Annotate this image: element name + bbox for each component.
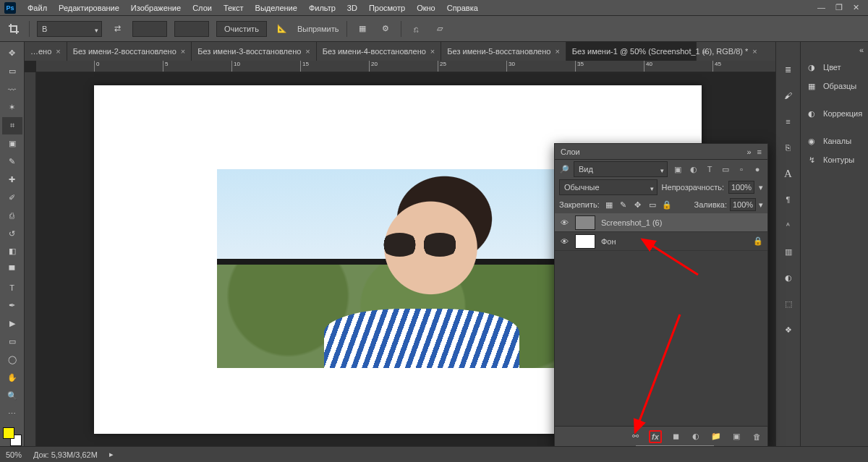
menu-help[interactable]: Справка bbox=[441, 0, 484, 16]
layer-name[interactable]: Screenshot_1 (6) bbox=[601, 218, 662, 227]
layer-name[interactable]: Фон bbox=[601, 237, 616, 246]
menu-text[interactable]: Текст bbox=[218, 0, 250, 16]
layer-fx-button[interactable]: fx bbox=[649, 430, 662, 443]
doc-tab[interactable]: Без имени-2-восстановлено× bbox=[67, 42, 192, 61]
chevron-down-icon[interactable]: ▾ bbox=[759, 183, 763, 192]
panel-menu-icon[interactable]: ≡ bbox=[757, 147, 762, 156]
doc-tab[interactable]: …ено× bbox=[25, 42, 67, 61]
crop-height-input[interactable] bbox=[174, 21, 209, 37]
libraries-icon[interactable]: ▥ bbox=[781, 244, 796, 259]
panel-paths[interactable]: ↯Контуры bbox=[801, 150, 868, 169]
menu-3d[interactable]: 3D bbox=[341, 0, 363, 16]
collapse-icon[interactable]: « bbox=[859, 46, 864, 54]
filter-pixel-icon[interactable]: ▣ bbox=[672, 163, 684, 175]
filter-toggle[interactable]: ● bbox=[752, 163, 763, 175]
win-close[interactable]: ✕ bbox=[853, 3, 859, 12]
crop-tool[interactable]: ⌗ bbox=[2, 117, 22, 134]
menu-select[interactable]: Выделение bbox=[250, 0, 303, 16]
menu-view[interactable]: Просмотр bbox=[363, 0, 411, 16]
marquee-tool[interactable]: ▭ bbox=[2, 63, 22, 80]
win-restore[interactable]: ❐ bbox=[835, 3, 843, 12]
filter-shape-icon[interactable]: ▭ bbox=[720, 163, 731, 175]
close-icon[interactable]: × bbox=[430, 47, 435, 56]
hand-tool[interactable]: ✋ bbox=[2, 369, 22, 386]
lasso-tool[interactable]: 〰 bbox=[2, 81, 22, 98]
move-tool[interactable]: ✥ bbox=[2, 45, 22, 62]
placed-image[interactable] bbox=[217, 169, 573, 368]
filter-adjust-icon[interactable]: ◐ bbox=[688, 163, 699, 175]
panel-adjustments[interactable]: ◐Коррекция bbox=[801, 104, 868, 123]
filter-smart-icon[interactable]: ▫ bbox=[736, 163, 747, 175]
layer-row[interactable]: 👁 Screenshot_1 (6) bbox=[555, 213, 767, 232]
color-swatches[interactable] bbox=[3, 427, 22, 446]
filter-type-icon[interactable]: T bbox=[704, 163, 715, 175]
adjustments-icon[interactable]: ◐ bbox=[781, 270, 796, 285]
collapse-panel-icon[interactable]: » bbox=[746, 147, 751, 156]
close-icon[interactable]: × bbox=[56, 47, 60, 56]
lock-all-icon[interactable]: 🔒 bbox=[662, 200, 672, 210]
fill-input[interactable] bbox=[730, 198, 756, 211]
visibility-icon[interactable]: 👁 bbox=[559, 237, 569, 246]
brush-settings-icon[interactable]: ≡ bbox=[781, 114, 796, 129]
path-select-tool[interactable]: ▶ bbox=[2, 315, 22, 333]
layer-row[interactable]: 👁 Фон 🔒 bbox=[555, 232, 767, 251]
adjustment-layer-icon[interactable]: ◐ bbox=[689, 430, 702, 443]
3d-icon[interactable]: ⬚ bbox=[781, 296, 796, 311]
new-layer-icon[interactable]: ▣ bbox=[730, 430, 743, 443]
doc-tab[interactable]: Без имени-3-восстановлено× bbox=[192, 42, 317, 61]
chevron-right-icon[interactable]: ▸ bbox=[109, 450, 114, 459]
menu-layer[interactable]: Слои bbox=[187, 0, 218, 16]
opacity-input[interactable] bbox=[728, 181, 754, 194]
menu-file[interactable]: Файл bbox=[22, 0, 53, 16]
edit-toolbar[interactable]: ⋯ bbox=[2, 405, 22, 422]
panel-channels[interactable]: ◉Каналы bbox=[801, 132, 868, 150]
history-panel-icon[interactable]: ≣ bbox=[781, 62, 796, 77]
zoom-tool[interactable]: 🔍 bbox=[2, 387, 22, 404]
clear-button[interactable]: Очистить bbox=[216, 21, 267, 37]
lock-trans-icon[interactable]: ▦ bbox=[604, 200, 614, 210]
group-icon[interactable]: 📁 bbox=[710, 430, 723, 443]
doc-size[interactable]: Док: 5,93M/3,62M bbox=[33, 450, 98, 459]
panel-color[interactable]: ◑Цвет bbox=[801, 58, 868, 77]
menu-image[interactable]: Изображение bbox=[125, 0, 187, 16]
rectangle-tool[interactable]: ▭ bbox=[2, 333, 22, 351]
lock-artboard-icon[interactable]: ▭ bbox=[647, 200, 658, 210]
doc-tab-active[interactable]: Без имени-1 @ 50% (Screenshot_1 (6), RGB… bbox=[566, 42, 697, 61]
lock-pos-icon[interactable]: ✥ bbox=[633, 200, 643, 210]
crop-width-input[interactable] bbox=[132, 21, 167, 37]
pen-tool[interactable]: ✒ bbox=[2, 297, 22, 315]
layer-thumb[interactable] bbox=[575, 215, 595, 230]
ellipse-tool[interactable]: ◯ bbox=[2, 351, 22, 368]
stamp-tool[interactable]: ⎙ bbox=[2, 207, 22, 224]
swap-wh-icon[interactable]: ⇄ bbox=[109, 21, 125, 37]
zoom-level[interactable]: 50% bbox=[6, 450, 22, 459]
content-aware-icon[interactable]: ▱ bbox=[432, 21, 448, 37]
chevron-down-icon[interactable]: ▾ bbox=[759, 200, 763, 210]
frame-tool[interactable]: ▣ bbox=[2, 135, 22, 153]
delete-pixels-icon[interactable]: ⎌ bbox=[409, 21, 425, 37]
gradient-tool[interactable]: ▀ bbox=[2, 261, 22, 278]
foreground-color[interactable] bbox=[3, 427, 14, 439]
menu-edit[interactable]: Редактирование bbox=[53, 0, 125, 16]
overlay-grid-icon[interactable]: ▦ bbox=[354, 21, 370, 37]
visibility-icon[interactable]: 👁 bbox=[559, 218, 569, 227]
straighten-icon[interactable]: 📐 bbox=[274, 21, 290, 37]
close-icon[interactable]: × bbox=[752, 47, 757, 56]
quick-select-tool[interactable]: ✶ bbox=[2, 99, 22, 116]
close-icon[interactable]: × bbox=[305, 47, 310, 56]
layers-icon[interactable]: ❖ bbox=[781, 322, 796, 337]
clone-source-icon[interactable]: ⎘ bbox=[781, 140, 796, 155]
lock-image-icon[interactable]: ✎ bbox=[618, 200, 629, 210]
doc-tab[interactable]: Без имени-4-восстановлено× bbox=[317, 42, 442, 61]
blend-mode-dropdown[interactable]: Обычные bbox=[559, 179, 658, 195]
type-tool[interactable]: T bbox=[2, 279, 22, 296]
panel-swatches[interactable]: ▦Образцы bbox=[801, 77, 868, 95]
char-panel-icon[interactable]: A bbox=[781, 166, 796, 181]
brush-tool[interactable]: ✐ bbox=[2, 189, 22, 206]
layer-thumb[interactable] bbox=[575, 234, 595, 249]
menu-window[interactable]: Окно bbox=[411, 0, 441, 16]
close-icon[interactable]: × bbox=[181, 47, 185, 56]
delete-layer-icon[interactable]: 🗑 bbox=[750, 430, 763, 443]
link-layers-icon[interactable]: ⚯ bbox=[629, 430, 642, 443]
history-brush-tool[interactable]: ↺ bbox=[2, 225, 22, 242]
